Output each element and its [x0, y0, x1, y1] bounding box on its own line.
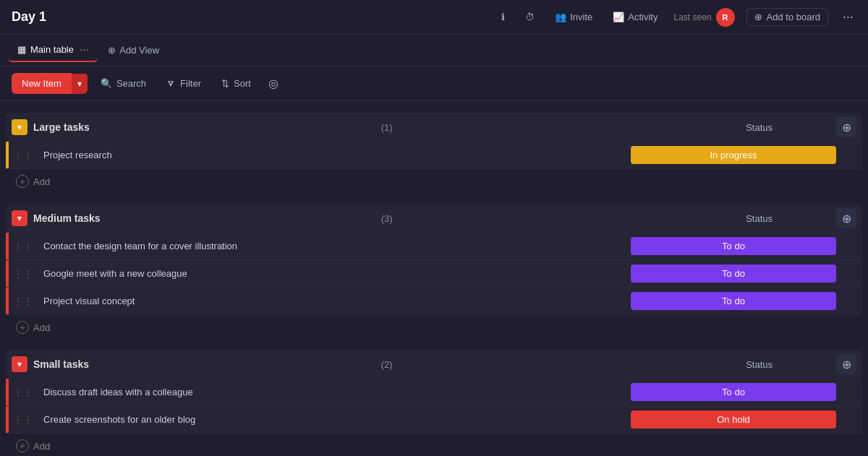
task-label: Project visual concept [38, 289, 625, 313]
group-count-large: (1) [381, 122, 393, 133]
plus-circle-icon: ⊕ [754, 12, 762, 22]
last-seen-area: Last seen R [673, 8, 734, 27]
table-row: ⋮⋮ Project visual concept To do [6, 288, 862, 315]
view-tabs-bar: ▦ Main table ··· ⊕ Add View [0, 35, 868, 66]
sort-button[interactable]: ⇅ Sort [214, 74, 258, 93]
info-button[interactable]: ℹ [497, 9, 509, 25]
group-header-small[interactable]: ▾ Small tasks (2) Status ⊕ [6, 350, 862, 379]
table-row: ⋮⋮ Contact the design team for a cover i… [6, 233, 862, 260]
add-task-large[interactable]: + Add [6, 171, 862, 192]
status-badge[interactable]: To do [631, 237, 836, 255]
clock-button[interactable]: ⏱ [521, 9, 539, 25]
add-row-label: Add [33, 322, 50, 333]
top-nav-left: Day 1 [12, 9, 46, 25]
table-icon: ▦ [17, 44, 26, 55]
status-badge[interactable]: In progress [631, 146, 836, 164]
status-cell: On hold [625, 407, 842, 432]
drag-handle[interactable]: ⋮⋮ [9, 296, 38, 307]
group-medium: ▾ Medium tasks (3) Status ⊕ ⋮⋮ Contact t… [6, 204, 862, 338]
main-content: ▾ Large tasks (1) Status ⊕ ⋮⋮ Project re… [0, 101, 868, 456]
status-cell: To do [625, 233, 842, 259]
filter-button[interactable]: ⛛ Filter [159, 74, 208, 93]
group-title-small: Small tasks [33, 358, 375, 370]
group-add-column-medium[interactable]: ⊕ [836, 208, 856, 228]
table-row: ⋮⋮ Create screenshots for an older blog … [6, 406, 862, 434]
add-view-button[interactable]: ⊕ Add View [101, 41, 166, 59]
group-status-label-large: Status [746, 122, 773, 133]
add-row-label: Add [33, 176, 50, 187]
task-label: Create screenshots for an older blog [38, 408, 625, 431]
status-badge[interactable]: To do [631, 292, 836, 310]
search-button[interactable]: 🔍 Search [93, 74, 153, 93]
add-row-plus-icon: + [16, 175, 29, 188]
group-title-medium: Medium tasks [33, 212, 375, 224]
tab-options-button[interactable]: ··· [80, 43, 89, 56]
new-item-dropdown-button[interactable]: ▾ [72, 74, 88, 94]
filter-icon: ⛛ [166, 78, 176, 89]
group-chevron-large: ▾ [12, 119, 27, 135]
group-chevron-small: ▾ [12, 356, 27, 372]
clock-icon: ⏱ [525, 12, 535, 22]
invite-people-icon: 👥 [555, 12, 566, 22]
add-view-plus-icon: ⊕ [108, 45, 116, 56]
add-task-small[interactable]: + Add [6, 435, 862, 456]
drag-handle[interactable]: ⋮⋮ [9, 150, 38, 161]
group-title-large: Large tasks [33, 121, 375, 133]
group-add-column-large[interactable]: ⊕ [836, 117, 856, 137]
tab-main-table[interactable]: ▦ Main table ··· [9, 39, 98, 62]
task-label: Google meet with a new colleague [38, 262, 625, 285]
task-label: Discuss draft ideas with a colleague [38, 380, 625, 404]
drag-handle[interactable]: ⋮⋮ [9, 387, 38, 398]
group-status-label-medium: Status [746, 213, 773, 224]
group-small: ▾ Small tasks (2) Status ⊕ ⋮⋮ Discuss dr… [6, 350, 862, 456]
top-nav-right: ℹ ⏱ 👥 Invite 📈 Activity Last seen R ⊕ Ad… [497, 7, 856, 27]
toolbar: New Item ▾ 🔍 Search ⛛ Filter ⇅ Sort ◎ [0, 66, 868, 101]
status-badge[interactable]: To do [631, 264, 836, 283]
group-status-label-small: Status [746, 359, 773, 370]
status-cell: To do [625, 288, 842, 314]
group-add-column-small[interactable]: ⊕ [836, 354, 856, 374]
drag-handle[interactable]: ⋮⋮ [9, 241, 38, 252]
task-label: Contact the design team for a cover illu… [38, 234, 625, 258]
status-cell: To do [625, 261, 842, 286]
hide-columns-button[interactable]: ◎ [264, 72, 283, 95]
status-badge[interactable]: On hold [631, 410, 836, 429]
add-to-board-button[interactable]: ⊕ Add to board [746, 8, 828, 26]
group-header-medium[interactable]: ▾ Medium tasks (3) Status ⊕ [6, 204, 862, 233]
table-row: ⋮⋮ Project research In progress [6, 142, 862, 169]
search-icon: 🔍 [101, 78, 112, 89]
new-item-button-group: New Item ▾ [12, 73, 88, 94]
add-row-plus-icon: + [16, 321, 29, 334]
group-count-medium: (3) [381, 213, 393, 224]
activity-chart-icon: 📈 [613, 12, 624, 22]
more-options-button[interactable]: ··· [840, 7, 856, 27]
drag-handle[interactable]: ⋮⋮ [9, 268, 38, 280]
sort-icon: ⇅ [221, 78, 229, 89]
page-title: Day 1 [12, 9, 46, 25]
avatar: R [716, 8, 735, 27]
group-large: ▾ Large tasks (1) Status ⊕ ⋮⋮ Project re… [6, 113, 862, 192]
invite-button[interactable]: 👥 Invite [550, 9, 597, 25]
table-row: ⋮⋮ Google meet with a new colleague To d… [6, 260, 862, 288]
status-cell: In progress [625, 142, 842, 168]
status-badge[interactable]: To do [631, 383, 836, 401]
add-task-medium[interactable]: + Add [6, 317, 862, 338]
group-chevron-medium: ▾ [12, 210, 27, 226]
add-row-label: Add [33, 441, 50, 452]
top-nav: Day 1 ℹ ⏱ 👥 Invite 📈 Activity Last seen … [0, 0, 868, 35]
add-row-plus-icon: + [16, 439, 29, 452]
group-header-large[interactable]: ▾ Large tasks (1) Status ⊕ [6, 113, 862, 142]
info-icon: ℹ [501, 12, 505, 22]
drag-handle[interactable]: ⋮⋮ [9, 414, 38, 426]
table-row: ⋮⋮ Discuss draft ideas with a colleague … [6, 379, 862, 406]
status-cell: To do [625, 379, 842, 405]
new-item-main-button[interactable]: New Item [12, 73, 72, 94]
activity-button[interactable]: 📈 Activity [608, 9, 662, 25]
task-label: Project research [38, 143, 625, 167]
group-count-small: (2) [381, 359, 393, 370]
